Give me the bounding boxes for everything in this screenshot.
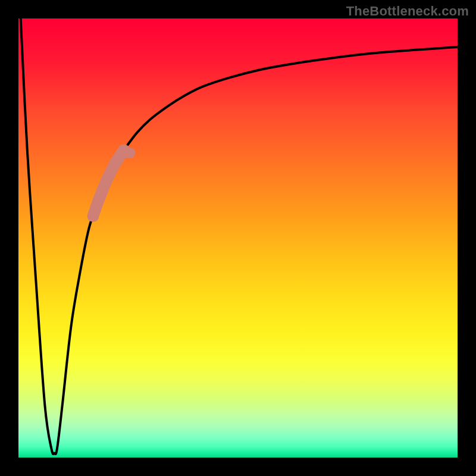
curve-path <box>21 18 458 454</box>
highlight-segment <box>87 144 136 222</box>
bottleneck-curve <box>18 18 458 458</box>
chart-frame: TheBottleneck.com <box>0 0 476 476</box>
highlight-dot <box>125 148 136 158</box>
plot-area <box>18 18 458 458</box>
watermark-text: TheBottleneck.com <box>346 4 469 19</box>
